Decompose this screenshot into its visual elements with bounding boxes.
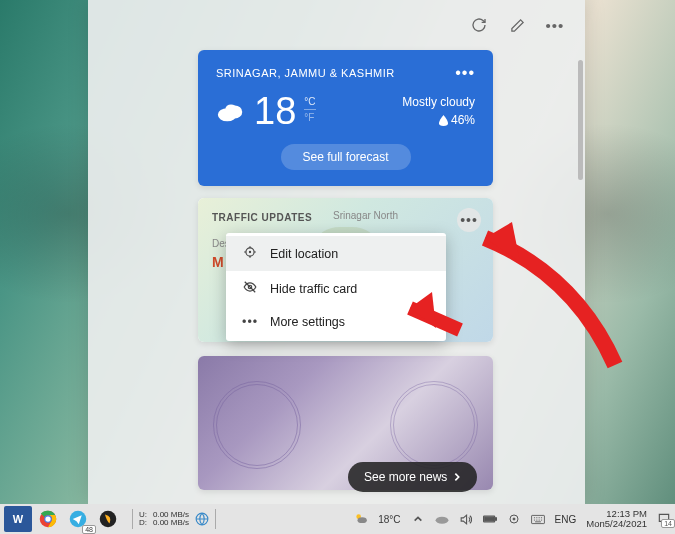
svg-rect-18 <box>495 518 496 520</box>
notification-icon[interactable]: 14 <box>657 512 671 526</box>
taskbar-netspeed: U: D: 0.00 MB/s 0.00 MB/s <box>132 509 216 529</box>
chevron-up-icon[interactable] <box>411 512 425 526</box>
see-more-news-button[interactable]: See more news <box>348 462 477 492</box>
word-icon[interactable]: W <box>4 506 32 532</box>
see-forecast-button[interactable]: See full forecast <box>281 144 411 170</box>
badge-count: 48 <box>82 525 96 534</box>
target-icon <box>242 245 258 262</box>
traffic-m: M <box>212 254 224 270</box>
panel-header: ••• <box>88 0 585 50</box>
taskbar-clock[interactable]: 12:13 PM Mon5/24/2021 <box>586 509 647 530</box>
traffic-title: TRAFFIC UPDATES <box>212 212 312 223</box>
battery-icon[interactable] <box>483 512 497 526</box>
language-indicator[interactable]: ENG <box>555 514 577 525</box>
chrome-icon[interactable] <box>34 506 62 532</box>
refresh-button[interactable] <box>469 15 489 35</box>
weather-units[interactable]: °C °F <box>304 96 315 123</box>
annotation-arrow <box>390 280 470 340</box>
keyboard-icon[interactable] <box>531 512 545 526</box>
taskbar-pinned: W 48 <box>0 506 122 532</box>
droplet-icon <box>439 115 448 126</box>
svg-point-2 <box>225 104 236 113</box>
weather-card[interactable]: SRINAGAR, JAMMU & KASHMIR ••• 18 °C °F M… <box>198 50 493 186</box>
tray-weather-temp[interactable]: 18°C <box>378 514 400 525</box>
weather-condition: Mostly cloudy <box>402 95 475 109</box>
location-icon[interactable] <box>507 512 521 526</box>
svg-point-21 <box>513 518 515 520</box>
system-tray: 18°C ENG 12:13 PM Mon5/24/2021 14 <box>350 509 675 530</box>
speaker-icon[interactable] <box>459 512 473 526</box>
scrollbar-thumb[interactable] <box>578 60 583 180</box>
cloud-icon <box>216 99 246 123</box>
ellipsis-icon: ••• <box>242 315 258 329</box>
svg-rect-19 <box>484 517 493 521</box>
chevron-right-icon <box>453 472 461 482</box>
weather-card-menu-button[interactable]: ••• <box>455 64 475 82</box>
traffic-map-label: Srinagar North <box>333 210 398 221</box>
weather-tray-icon[interactable] <box>354 512 368 526</box>
menu-item-label: Hide traffic card <box>270 282 357 296</box>
notif-badge: 14 <box>661 519 675 528</box>
app-icon[interactable] <box>94 506 122 532</box>
globe-icon[interactable] <box>195 512 209 526</box>
onedrive-icon[interactable] <box>435 512 449 526</box>
svg-point-15 <box>358 517 367 523</box>
edit-button[interactable] <box>507 15 527 35</box>
telegram-icon[interactable]: 48 <box>64 506 92 532</box>
weather-temp: 18 <box>254 92 296 130</box>
menu-item-label: Edit location <box>270 247 338 261</box>
svg-point-16 <box>435 517 448 524</box>
weather-location: SRINAGAR, JAMMU & KASHMIR <box>216 67 395 79</box>
taskbar[interactable]: W 48 U: D: 0.00 MB/s 0.00 MB/s 18°C <box>0 504 675 534</box>
menu-item-label: More settings <box>270 315 345 329</box>
svg-marker-7 <box>410 292 436 328</box>
weather-humidity: 46% <box>402 113 475 127</box>
svg-point-4 <box>249 251 250 252</box>
eye-off-icon <box>242 280 258 297</box>
more-button[interactable]: ••• <box>545 15 565 35</box>
svg-point-10 <box>45 516 50 521</box>
svg-rect-22 <box>531 515 544 523</box>
